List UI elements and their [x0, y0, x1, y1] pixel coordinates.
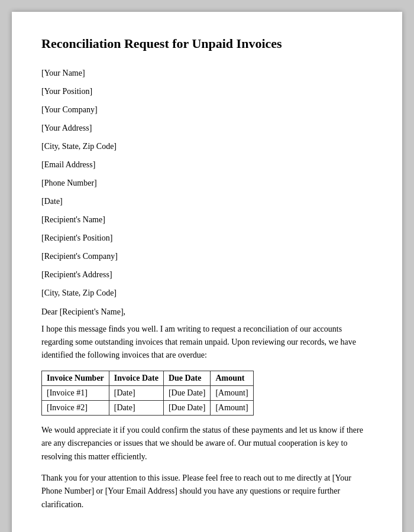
- recipient-company: [Recipient's Company]: [41, 250, 373, 262]
- recipient-name: [Recipient's Name]: [41, 213, 373, 226]
- table-header-row: Invoice Number Invoice Date Due Date Amo…: [42, 371, 254, 385]
- col-invoice-number: Invoice Number: [42, 371, 109, 385]
- recipient-address: [Recipient's Address]: [41, 268, 373, 281]
- sender-email: [Email Address]: [41, 158, 373, 171]
- table-cell: [Date]: [109, 385, 163, 400]
- table-cell: [Date]: [109, 400, 163, 415]
- sender-phone: [Phone Number]: [41, 177, 373, 189]
- col-due-date: Due Date: [163, 371, 211, 385]
- col-amount: Amount: [211, 371, 253, 385]
- sender-position: [Your Position]: [41, 85, 373, 98]
- table-cell: [Amount]: [211, 385, 253, 400]
- sender-company: [Your Company]: [41, 103, 373, 116]
- body-paragraph-2: We would appreciate it if you could conf…: [41, 424, 373, 463]
- table-row: [Invoice #1][Date][Due Date][Amount]: [42, 385, 254, 400]
- salutation: Dear [Recipient's Name],: [41, 307, 373, 317]
- document-page: Reconciliation Request for Unpaid Invoic…: [12, 12, 402, 532]
- col-invoice-date: Invoice Date: [109, 371, 163, 385]
- recipient-position: [Recipient's Position]: [41, 232, 373, 244]
- table-cell: [Due Date]: [163, 385, 211, 400]
- invoice-table: Invoice Number Invoice Date Due Date Amo…: [41, 371, 254, 416]
- sender-city-state-zip: [City, State, Zip Code]: [41, 140, 373, 153]
- sender-address: [Your Address]: [41, 122, 373, 134]
- recipient-city-state-zip: [City, State, Zip Code]: [41, 287, 373, 299]
- body-paragraph-1: I hope this message finds you well. I am…: [41, 323, 373, 362]
- sender-date: [Date]: [41, 195, 373, 207]
- document-title: Reconciliation Request for Unpaid Invoic…: [41, 35, 373, 53]
- sender-name: [Your Name]: [41, 67, 373, 79]
- table-cell: [Invoice #1]: [42, 385, 109, 400]
- body-paragraph-3: Thank you for your attention to this iss…: [41, 472, 373, 511]
- table-cell: [Invoice #2]: [42, 400, 109, 415]
- table-row: [Invoice #2][Date][Due Date][Amount]: [42, 400, 254, 415]
- table-cell: [Amount]: [211, 400, 253, 415]
- table-cell: [Due Date]: [163, 400, 211, 415]
